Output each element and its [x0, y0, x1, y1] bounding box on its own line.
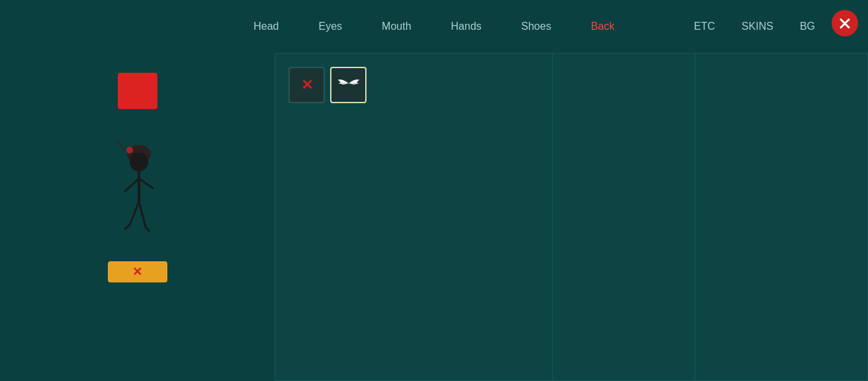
svg-line-4	[124, 179, 139, 192]
right-nav: ETC SKINS BG	[694, 0, 815, 53]
divider-1	[552, 53, 553, 381]
remove-button[interactable]: ✕	[108, 261, 167, 282]
svg-line-8	[124, 225, 130, 230]
main-panel: ✕	[275, 53, 868, 381]
divider-2	[695, 53, 695, 381]
left-panel: ✕	[0, 53, 275, 381]
nav-skins[interactable]: SKINS	[742, 21, 773, 32]
svg-line-7	[139, 202, 146, 227]
wings-icon	[337, 76, 361, 95]
svg-point-2	[130, 153, 148, 171]
nav-eyes[interactable]: Eyes	[319, 21, 343, 32]
item-wings[interactable]	[330, 67, 367, 103]
nav-etc[interactable]: ETC	[694, 21, 715, 32]
nav-hands[interactable]: Hands	[451, 21, 482, 32]
svg-line-9	[146, 227, 150, 232]
nav-mouth[interactable]: Mouth	[382, 21, 411, 32]
nav-head[interactable]: Head	[253, 21, 279, 32]
character-preview	[105, 129, 171, 241]
none-icon: ✕	[301, 77, 313, 94]
remove-icon: ✕	[132, 265, 142, 279]
item-none[interactable]: ✕	[288, 67, 325, 103]
nav-back[interactable]: Back	[591, 21, 615, 32]
svg-line-6	[130, 202, 139, 225]
nav-shoes[interactable]: Shoes	[521, 21, 551, 32]
svg-line-5	[139, 179, 153, 189]
color-swatch[interactable]	[118, 73, 157, 109]
close-button[interactable]	[832, 10, 858, 36]
nav-bg[interactable]: BG	[800, 21, 815, 32]
svg-point-1	[126, 147, 133, 153]
